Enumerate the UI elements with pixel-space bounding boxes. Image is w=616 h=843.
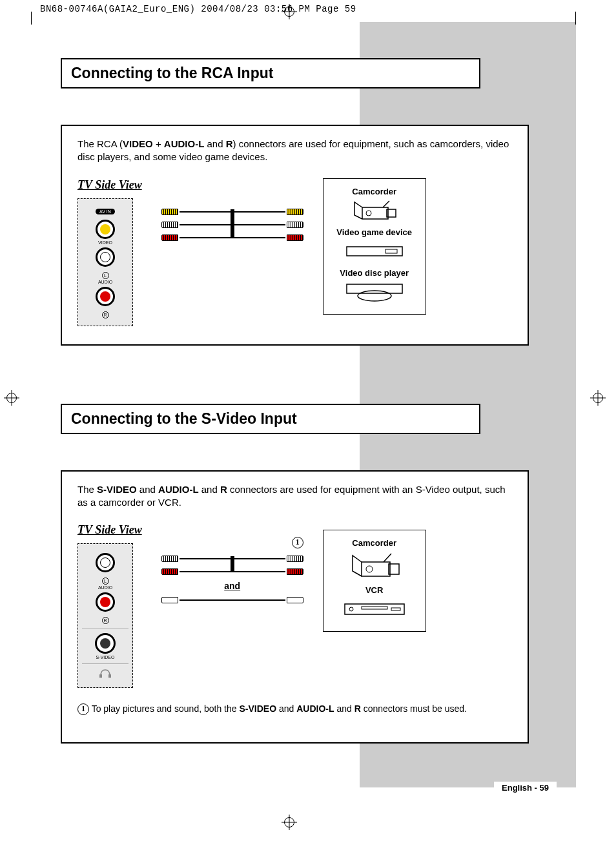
vcr-icon bbox=[326, 598, 423, 622]
print-header: BN68-00746A(GAIA2_Euro_ENG) 2004/08/23 0… bbox=[0, 0, 616, 14]
rca-plug-icon bbox=[161, 209, 178, 215]
camcorder-label: Camcorder bbox=[326, 538, 423, 548]
rca-cable-diagram bbox=[161, 204, 303, 243]
audio-l-jack-icon bbox=[96, 247, 115, 267]
registration-mark-icon bbox=[4, 390, 19, 406]
svideo-info-box: The S-VIDEO and AUDIO-L and R connectors… bbox=[61, 470, 529, 744]
section-title-text: Connecting to the RCA Input bbox=[71, 65, 470, 82]
diagram-marker-1: 1 bbox=[292, 537, 303, 548]
rca-intro: The RCA (VIDEO + AUDIO-L and R) connecto… bbox=[77, 138, 512, 164]
disc-player-icon bbox=[326, 280, 423, 305]
av-in-badge: AV IN bbox=[96, 209, 115, 214]
disc-label: Video disc player bbox=[326, 268, 423, 278]
crop-mark bbox=[575, 12, 576, 25]
r-label: R bbox=[102, 311, 109, 318]
and-label: and bbox=[161, 581, 303, 591]
camcorder-label: Camcorder bbox=[326, 187, 423, 196]
svg-rect-4 bbox=[385, 249, 397, 253]
vcr-label: VCR bbox=[326, 585, 423, 595]
svideo-footnote: 1 To play pictures and sound, both the S… bbox=[77, 703, 512, 715]
tv-input-panel-rca: AV IN VIDEO L AUDIO R bbox=[77, 198, 133, 326]
footnote-marker-1: 1 bbox=[77, 703, 89, 715]
svideo-plug-icon bbox=[287, 597, 303, 603]
rca-info-box: The RCA (VIDEO + AUDIO-L and R) connecto… bbox=[61, 125, 529, 346]
game-console-icon bbox=[326, 240, 423, 264]
rca-plug-icon bbox=[287, 222, 303, 228]
rca-plug-icon bbox=[161, 222, 178, 228]
section-title-svideo: Connecting to the S-Video Input bbox=[61, 404, 480, 434]
crop-mark bbox=[31, 12, 32, 25]
tv-side-view-label: TV Side View bbox=[77, 523, 142, 537]
rca-plug-icon bbox=[161, 556, 178, 562]
l-label: L bbox=[102, 578, 109, 585]
rca-plug-icon bbox=[287, 234, 303, 241]
svg-rect-7 bbox=[99, 674, 102, 678]
audio-r-jack-icon bbox=[96, 287, 115, 306]
svg-point-11 bbox=[366, 566, 373, 572]
svideo-jack-icon bbox=[95, 633, 116, 654]
l-label: L bbox=[102, 272, 109, 279]
r-label: R bbox=[102, 617, 109, 624]
svg-rect-13 bbox=[362, 607, 387, 609]
svg-point-2 bbox=[366, 211, 371, 216]
audio-l-jack-icon bbox=[96, 553, 115, 572]
headphone-icon bbox=[99, 668, 112, 678]
video-label: VIDEO bbox=[78, 240, 132, 245]
tv-side-view-label: TV Side View bbox=[77, 178, 142, 192]
camcorder-icon bbox=[326, 550, 423, 581]
rca-plug-icon bbox=[287, 209, 303, 215]
page-footer: English - 59 bbox=[494, 782, 557, 794]
registration-mark-icon bbox=[282, 4, 297, 19]
audio-label: AUDIO bbox=[78, 585, 132, 590]
svideo-devices-box: Camcorder VCR bbox=[323, 530, 426, 632]
section-title-text: Connecting to the S-Video Input bbox=[71, 410, 470, 428]
svg-point-6 bbox=[358, 291, 391, 301]
tv-side-column: TV Side View AV IN VIDEO L AUDIO R bbox=[77, 178, 142, 326]
tv-input-panel-svideo: L AUDIO R S-VIDEO bbox=[77, 543, 133, 688]
rca-plug-icon bbox=[287, 556, 303, 562]
rca-plug-icon bbox=[287, 568, 303, 575]
camcorder-icon bbox=[326, 199, 423, 224]
registration-mark-icon bbox=[590, 390, 606, 406]
svg-rect-8 bbox=[108, 674, 111, 678]
tv-side-column: TV Side View L AUDIO R S-VIDEO bbox=[77, 523, 142, 688]
svg-rect-15 bbox=[391, 608, 400, 610]
svideo-plug-icon bbox=[161, 597, 178, 603]
rca-devices-box: Camcorder Video game device Video disc p… bbox=[323, 178, 426, 315]
svg-point-14 bbox=[349, 607, 353, 611]
video-jack-icon bbox=[96, 220, 115, 239]
svg-rect-3 bbox=[347, 247, 402, 256]
section-title-rca: Connecting to the RCA Input bbox=[61, 58, 480, 88]
svideo-label: S-VIDEO bbox=[78, 655, 132, 660]
svideo-intro: The S-VIDEO and AUDIO-L and R connectors… bbox=[77, 483, 512, 510]
audio-label: AUDIO bbox=[78, 280, 132, 284]
svideo-cable-diagram: 1 and bbox=[161, 536, 303, 609]
rca-plug-icon bbox=[161, 568, 178, 575]
svg-rect-5 bbox=[347, 284, 402, 293]
rca-plug-icon bbox=[161, 234, 178, 241]
game-label: Video game device bbox=[326, 227, 423, 237]
registration-mark-icon bbox=[282, 815, 297, 830]
audio-r-jack-icon bbox=[96, 592, 115, 612]
